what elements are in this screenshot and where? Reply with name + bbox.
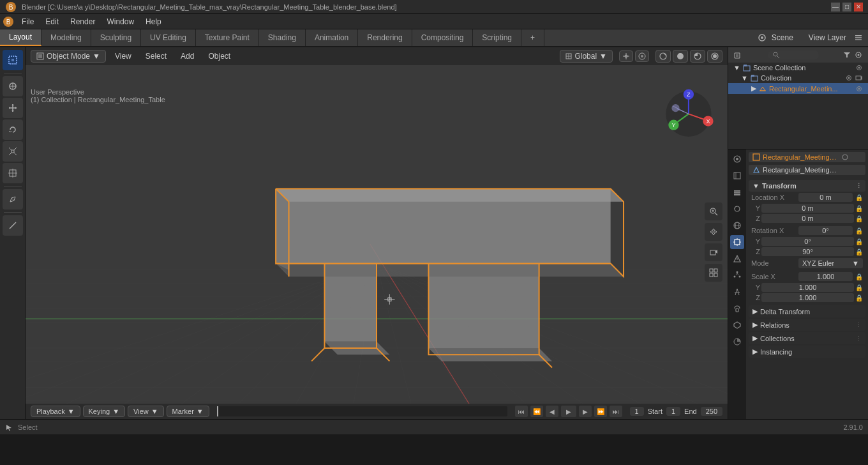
- tool-move[interactable]: [3, 98, 23, 118]
- lock-z-icon[interactable]: 🔒: [855, 215, 863, 222]
- keying-dropdown[interactable]: Keying▼: [83, 406, 126, 417]
- tab-modeling[interactable]: Modeling: [41, 29, 91, 46]
- shading-solid-btn[interactable]: [673, 50, 688, 63]
- location-z-value[interactable]: 0 m: [761, 214, 854, 223]
- outliner-visibility-icon[interactable]: [854, 50, 863, 59]
- collections-options[interactable]: ⋮: [856, 335, 862, 342]
- rotation-lock-y[interactable]: 🔒: [855, 238, 863, 245]
- props-render-icon[interactable]: [730, 152, 744, 166]
- eye-icon-3[interactable]: [855, 85, 863, 93]
- scale-lock-z[interactable]: 🔒: [855, 294, 863, 301]
- shading-rendered-btn[interactable]: [707, 50, 722, 63]
- props-material-icon[interactable]: [730, 335, 744, 349]
- props-object-name-bar[interactable]: Rectangular_Meeting_Ta...: [749, 152, 865, 162]
- relations-options[interactable]: ⋮: [856, 322, 862, 328]
- outliner-search[interactable]: [768, 50, 819, 59]
- maximize-button[interactable]: □: [842, 3, 851, 11]
- eye-icon-2[interactable]: [845, 74, 853, 82]
- menu-window[interactable]: Window: [101, 16, 139, 27]
- outliner-filter-icon[interactable]: [842, 50, 851, 59]
- scale-lock-y[interactable]: 🔒: [855, 284, 863, 291]
- tab-add[interactable]: +: [521, 29, 544, 46]
- tool-measure[interactable]: [3, 215, 23, 236]
- start-frame[interactable]: 1: [666, 407, 680, 416]
- marker-dropdown[interactable]: Marker▼: [167, 406, 209, 417]
- location-x-value[interactable]: 0 m: [798, 193, 853, 202]
- scale-x-value[interactable]: 1.000: [798, 272, 853, 281]
- timeline-view-dropdown[interactable]: View▼: [128, 406, 164, 417]
- transform-dropdown[interactable]: Global ▼: [560, 50, 613, 63]
- viewport-menu-view[interactable]: View: [110, 50, 137, 62]
- scale-z-value[interactable]: 1.000: [761, 293, 854, 302]
- tab-scripting[interactable]: Scripting: [473, 29, 521, 46]
- collections-section[interactable]: ▶ Collections ⋮: [749, 332, 865, 344]
- menu-help[interactable]: Help: [140, 16, 167, 27]
- tab-uv-editing[interactable]: UV Editing: [141, 29, 196, 46]
- tool-transform[interactable]: [3, 163, 23, 183]
- outliner-collection[interactable]: ▼ Collection: [728, 73, 868, 83]
- overlay-btn[interactable]: [655, 50, 671, 63]
- playback-dropdown[interactable]: Playback▼: [31, 406, 80, 417]
- transform-header[interactable]: ▼ Transform ⋮: [749, 180, 865, 192]
- tool-rotate[interactable]: [3, 119, 23, 140]
- props-object-icon[interactable]: [730, 235, 744, 249]
- play-btn[interactable]: ▶: [561, 406, 576, 417]
- current-frame[interactable]: 1: [630, 407, 644, 416]
- props-scene-icon[interactable]: [730, 202, 744, 216]
- rotation-y-value[interactable]: 0°: [761, 237, 854, 246]
- props-mesh-name-bar[interactable]: Rectangular_Meeting_Table: [749, 165, 865, 175]
- jump-end-btn[interactable]: ⏭: [610, 406, 622, 417]
- camera-icon-outliner[interactable]: [855, 74, 863, 82]
- pan-btn[interactable]: [705, 223, 722, 241]
- grid-view-btn[interactable]: [705, 264, 722, 282]
- rotation-mode-dropdown[interactable]: XYZ Euler ▼: [798, 258, 863, 268]
- delta-transform-section[interactable]: ▶ Delta Transform: [749, 305, 865, 317]
- shading-material-btn[interactable]: [690, 50, 705, 63]
- menu-file[interactable]: File: [17, 16, 39, 27]
- close-button[interactable]: ✕: [854, 3, 863, 11]
- menu-render[interactable]: Render: [65, 16, 100, 27]
- location-y-value[interactable]: 0 m: [761, 204, 854, 213]
- next-keyframe-btn[interactable]: ⏩: [594, 406, 607, 417]
- props-output-icon[interactable]: [730, 169, 744, 183]
- rotation-lock-x[interactable]: 🔒: [855, 227, 863, 234]
- menu-edit[interactable]: Edit: [40, 16, 64, 27]
- zoom-in-btn[interactable]: [705, 202, 722, 220]
- tab-rendering[interactable]: Rendering: [358, 29, 412, 46]
- mode-dropdown[interactable]: Object Mode ▼: [31, 50, 106, 63]
- tab-texture-paint[interactable]: Texture Paint: [196, 29, 259, 46]
- props-modifier-icon[interactable]: [730, 252, 744, 266]
- scale-lock-x[interactable]: 🔒: [855, 273, 863, 280]
- tool-annotate[interactable]: [3, 189, 23, 210]
- snap-btn[interactable]: [619, 50, 633, 62]
- props-particles-icon[interactable]: [730, 268, 744, 282]
- tool-cursor[interactable]: [3, 76, 23, 96]
- proportional-btn[interactable]: [635, 50, 649, 62]
- rotation-z-value[interactable]: 90°: [761, 247, 854, 256]
- viewport-menu-select[interactable]: Select: [140, 50, 172, 62]
- tab-sculpting[interactable]: Sculpting: [91, 29, 141, 46]
- lock-x-icon[interactable]: 🔒: [855, 194, 863, 201]
- props-physics-icon[interactable]: [730, 285, 744, 299]
- viewport[interactable]: Object Mode ▼ View Select Add Object Glo…: [26, 47, 728, 419]
- props-object-data-icon[interactable]: [730, 318, 744, 332]
- tab-layout[interactable]: Layout: [0, 29, 41, 46]
- tab-animation[interactable]: Animation: [306, 29, 358, 46]
- rotation-x-value[interactable]: 0°: [798, 226, 853, 235]
- tab-shading[interactable]: Shading: [259, 29, 306, 46]
- end-frame[interactable]: 250: [701, 407, 722, 416]
- props-pin-icon[interactable]: [842, 154, 848, 160]
- props-view-layer-icon[interactable]: [730, 185, 744, 199]
- relations-section[interactable]: ▶ Relations ⋮: [749, 319, 865, 331]
- tab-compositing[interactable]: Compositing: [412, 29, 474, 46]
- lock-y-icon[interactable]: 🔒: [855, 205, 863, 212]
- tool-select-box[interactable]: [3, 50, 23, 70]
- transform-options-icon[interactable]: ⋮: [856, 183, 862, 189]
- instancing-section[interactable]: ▶ Instancing: [749, 346, 865, 358]
- props-world-icon[interactable]: [730, 218, 744, 232]
- prev-keyframe-btn[interactable]: ⏪: [530, 406, 543, 417]
- viewport-menu-object[interactable]: Object: [203, 50, 236, 62]
- jump-start-btn[interactable]: ⏮: [515, 406, 528, 417]
- prev-frame-btn[interactable]: ◀: [546, 406, 558, 417]
- scale-y-value[interactable]: 1.000: [761, 283, 854, 292]
